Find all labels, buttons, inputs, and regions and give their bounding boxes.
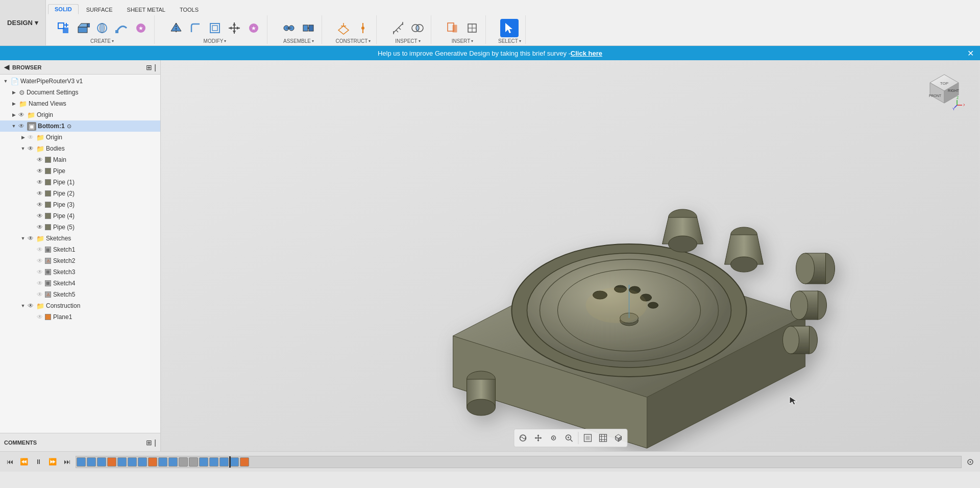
design-button[interactable]: DESIGN ▾ [0,0,46,45]
expand-bottom-origin[interactable]: ▶ [19,135,27,140]
viewport[interactable]: TOP FRONT RIGHT X Z Y [161,60,980,451]
tree-item-plane1[interactable]: ▶ 👁 Plane1 [0,311,160,323]
eye-pipe4[interactable]: 👁 [37,212,43,219]
timeline-feature-6[interactable] [128,457,137,467]
tree-item-sketch2[interactable]: ▶ 👁 ⚠ Sketch2 [0,255,160,266]
timeline-feature-17[interactable] [240,457,249,467]
eye-pipe5[interactable]: 👁 [37,224,43,231]
eye-sketches[interactable]: 👁 [28,235,34,242]
eye-bottom1[interactable]: 👁 [18,123,24,130]
eye-sketch4[interactable]: 👁 [37,280,43,287]
inspect-label[interactable]: INSPECT▾ [395,38,420,44]
pan-btn[interactable] [531,431,545,445]
eye-pipe2[interactable]: 👁 [37,190,43,197]
fillet-btn[interactable] [186,19,205,37]
eye-main[interactable]: 👁 [37,156,43,163]
expand-sketches[interactable]: ▼ [19,236,27,241]
assemble-more-btn[interactable] [299,19,317,37]
revolve-btn[interactable] [93,19,111,37]
timeline-settings-btn[interactable] [965,456,976,468]
tree-item-main[interactable]: ▶ 👁 Main [0,154,160,165]
tree-item-pipe4[interactable]: ▶ 👁 Pipe (4) [0,210,160,222]
view-cube-toggle-btn[interactable] [611,431,625,445]
eye-sketch1[interactable]: 👁 [37,246,43,253]
timeline-feature-2[interactable] [87,457,96,467]
tree-item-bottom-origin[interactable]: ▶ 👁 📁 Origin [0,132,160,143]
eye-bodies[interactable]: 👁 [28,145,34,152]
timeline-feature-16[interactable] [230,457,239,467]
tree-item-origin[interactable]: ▶ 👁 📁 Origin [0,109,160,120]
browser-settings-icon[interactable]: ⊞ [146,63,152,71]
timeline-feature-14[interactable] [209,457,218,467]
insert-mesh-btn[interactable] [463,19,481,37]
tree-item-pipe[interactable]: ▶ 👁 Pipe [0,165,160,177]
eye-construction[interactable]: 👁 [28,302,34,309]
tree-item-bottom1[interactable]: ▼ 👁 ▣ Bottom:1 ⊙ [0,120,160,132]
move-btn[interactable] [225,19,243,37]
eye-plane1[interactable]: 👁 [37,313,43,321]
timeline-feature-9[interactable] [158,457,167,467]
tree-item-pipe1[interactable]: ▶ 👁 Pipe (1) [0,177,160,188]
tree-item-pipe5[interactable]: ▶ 👁 Pipe (5) [0,222,160,233]
modify-label[interactable]: MODIFY▾ [204,38,227,44]
measure-btn[interactable] [389,19,407,37]
info-link[interactable]: Click here [571,50,602,57]
new-component-btn[interactable] [54,19,72,37]
timeline-prev-btn[interactable]: ⏪ [18,456,30,468]
tree-item-sketch3[interactable]: ▶ 👁 ▦ Sketch3 [0,266,160,278]
tree-item-named-views[interactable]: ▶ 📁 Named Views [0,98,160,109]
insert-label[interactable]: INSERT▾ [452,38,474,44]
tree-item-doc-settings[interactable]: ▶ ⚙ Document Settings [0,87,160,98]
assemble-label[interactable]: ASSEMBLE▾ [283,38,314,44]
eye-sketch2[interactable]: 👁 [37,257,43,264]
timeline-track[interactable] [76,456,962,468]
timeline-last-btn[interactable]: ⏭ [61,456,72,468]
eye-pipe1[interactable]: 👁 [37,179,43,186]
extrude-btn[interactable] [74,19,92,37]
timeline-feature-11[interactable] [179,457,188,467]
timeline-play-btn[interactable]: ⏸ [33,456,44,468]
look-at-btn[interactable] [546,431,560,445]
viewcube[interactable]: TOP FRONT RIGHT X Z Y [924,70,965,111]
tree-item-sketches[interactable]: ▼ 👁 📁 Sketches [0,233,160,244]
construct-label[interactable]: CONSTRUCT▾ [336,38,371,44]
tree-item-sketch5[interactable]: ▶ 👁 ⚠ Sketch5 [0,289,160,300]
timeline-feature-13[interactable] [199,457,208,467]
timeline-feature-5[interactable] [117,457,127,467]
timeline-feature-3[interactable] [97,457,106,467]
expand-root[interactable]: ▼ [2,79,9,84]
tree-item-pipe2[interactable]: ▶ 👁 Pipe (2) [0,188,160,199]
interference-btn[interactable] [408,19,427,37]
create-label[interactable]: CREATE▾ [90,38,114,44]
press-pull-btn[interactable] [167,19,185,37]
eye-pipe[interactable]: 👁 [37,167,43,175]
timeline-feature-7[interactable] [138,457,147,467]
timeline-feature-1[interactable] [77,457,86,467]
expand-doc-settings[interactable]: ▶ [10,90,17,95]
axis-btn[interactable] [354,19,372,37]
timeline-feature-10[interactable] [168,457,178,467]
tab-sheet-metal[interactable]: SHEET METAL [120,5,172,14]
tree-item-bodies[interactable]: ▼ 👁 📁 Bodies [0,143,160,154]
joint-btn[interactable] [280,19,298,37]
expand-bodies[interactable]: ▼ [19,146,27,151]
browser-pin-icon[interactable]: | [154,63,156,71]
expand-bottom1[interactable]: ▼ [10,124,17,129]
eye-pipe3[interactable]: 👁 [37,201,43,208]
timeline-first-btn[interactable]: ⏮ [4,456,15,468]
timeline-feature-4[interactable] [107,457,116,467]
eye-sketch3[interactable]: 👁 [37,269,43,276]
tab-solid[interactable]: SOLID [48,4,79,14]
tree-item-construction[interactable]: ▼ 👁 📁 Construction [0,300,160,311]
tab-surface[interactable]: SURFACE [80,5,119,14]
zoom-btn[interactable] [561,431,576,445]
timeline-next-btn[interactable]: ⏩ [47,456,58,468]
select-btn[interactable] [500,19,519,37]
tree-item-pipe3[interactable]: ▶ 👁 Pipe (3) [0,199,160,210]
select-label[interactable]: SELECT▾ [498,38,521,44]
sweep-btn[interactable] [112,19,131,37]
orbit-btn[interactable] [516,431,530,445]
shell-btn[interactable] [206,19,224,37]
comments-add-icon[interactable]: ⊞ [146,438,152,447]
expand-origin[interactable]: ▶ [10,112,17,117]
